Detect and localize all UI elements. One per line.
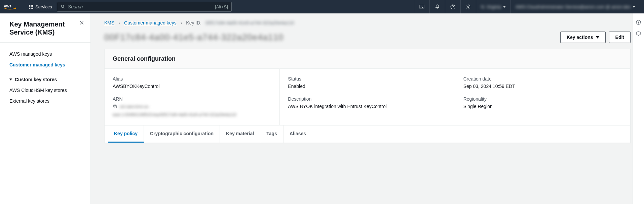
status-value: Enabled — [288, 84, 447, 89]
services-label: Services — [35, 4, 52, 9]
sidebar-close-button[interactable] — [79, 20, 84, 27]
svg-point-5 — [467, 6, 469, 7]
page-layout: Key Management Service (KMS) AWS managed… — [0, 13, 644, 204]
alias-label: Alias — [113, 76, 271, 82]
help-button[interactable] — [445, 0, 460, 13]
creation-date-label: Creation date — [463, 76, 622, 82]
search-icon — [61, 4, 65, 9]
search-input[interactable] — [68, 4, 215, 9]
top-navbar: aws Services [Alt+S] N. Virginia AWS-Clo… — [0, 0, 644, 13]
svg-point-1 — [61, 5, 64, 7]
svg-marker-13 — [637, 31, 640, 36]
panel-body: Alias AWSBYOKKeyControl ARN arn:aws:kms:… — [105, 69, 630, 125]
svg-rect-3 — [420, 5, 424, 8]
chevron-right-icon: › — [118, 20, 120, 26]
arn-value: east-1:034601349515:key/00f17c84-4a00-41… — [113, 112, 271, 118]
account-label: AWS-CloudAdministrator-Service@amzn.com … — [516, 4, 631, 9]
sidebar-group-label: Custom key stores — [15, 77, 57, 82]
cloudshell-button[interactable] — [414, 0, 429, 13]
svg-line-2 — [64, 7, 65, 8]
search-bar[interactable]: [Alt+S] — [57, 2, 232, 12]
key-actions-button[interactable]: Key actions — [560, 32, 606, 43]
title-row: 00F17c84-4a00-41e5-a744-322a20e4a110 Key… — [104, 32, 631, 43]
help-icon — [450, 4, 456, 10]
action-buttons: Key actions Edit — [560, 32, 631, 43]
close-icon — [79, 20, 84, 26]
caret-down-icon — [596, 36, 599, 39]
arn-value-short: arn:aws:kms:us- — [120, 104, 149, 110]
tab-aliases[interactable]: Aliases — [283, 125, 312, 143]
sidebar-item-aws-managed-keys[interactable]: AWS managed keys — [0, 49, 90, 59]
breadcrumb: KMS › Customer managed keys › Key ID: 00… — [104, 20, 631, 26]
svg-rect-8 — [114, 105, 117, 108]
panel-col-1: Alias AWSBYOKKeyControl ARN arn:aws:kms:… — [105, 69, 280, 125]
panel-header: General configuration — [105, 49, 630, 69]
search-shortcut: [Alt+S] — [215, 4, 228, 9]
svg-rect-9 — [113, 105, 116, 107]
edit-button[interactable]: Edit — [609, 32, 631, 43]
panel-title: General configuration — [113, 55, 622, 62]
info-icon[interactable] — [636, 19, 641, 25]
tab-cryptographic-configuration[interactable]: Cryptographic configuration — [144, 125, 220, 143]
services-menu-button[interactable]: Services — [26, 0, 55, 13]
panel-col-3: Creation date Sep 03, 2024 10:59 EDT Reg… — [455, 69, 630, 125]
settings-button[interactable] — [460, 0, 476, 13]
aws-logo[interactable]: aws — [4, 3, 21, 10]
sidebar-item-external-key-stores[interactable]: External key stores — [0, 96, 90, 106]
bell-icon — [434, 4, 440, 10]
regionality-value: Single Region — [463, 104, 622, 109]
creation-date-value: Sep 03, 2024 10:59 EDT — [463, 84, 622, 89]
main-content: KMS › Customer managed keys › Key ID: 00… — [91, 13, 644, 204]
page-title: 00F17c84-4a00-41e5-a744-322a20e4a110 — [104, 32, 283, 43]
tab-tags[interactable]: Tags — [260, 125, 283, 143]
sidebar-item-cloudhsm-key-stores[interactable]: AWS CloudHSM key stores — [0, 85, 90, 96]
sidebar-item-customer-managed-keys[interactable]: Customer managed keys — [0, 59, 90, 70]
key-actions-label: Key actions — [567, 35, 593, 40]
caret-down-icon — [503, 6, 506, 8]
breadcrumb-key-id-value: 00f17c84-4a00-41e5-a744-322a20e4a110 — [205, 20, 294, 26]
sidebar-nav: AWS managed keys Customer managed keys C… — [0, 43, 90, 112]
breadcrumb-kms[interactable]: KMS — [104, 20, 114, 26]
panel-col-2: Status Enabled Description AWS BYOK inte… — [280, 69, 455, 125]
chevron-down-icon — [9, 79, 12, 81]
general-configuration-panel: General configuration Alias AWSBYOKKeyCo… — [104, 49, 631, 143]
breadcrumb-key-id-label: Key ID: — [186, 20, 201, 26]
svg-text:aws: aws — [4, 4, 11, 8]
right-rail — [633, 13, 644, 204]
regionality-label: Regionality — [463, 96, 622, 102]
sidebar: Key Management Service (KMS) AWS managed… — [0, 13, 91, 204]
tabs: Key policy Cryptographic configuration K… — [105, 125, 630, 143]
grid-icon — [29, 5, 33, 9]
sidebar-header: Key Management Service (KMS) — [0, 13, 90, 43]
copy-arn-button[interactable] — [113, 104, 117, 110]
status-label: Status — [288, 76, 447, 82]
region-selector[interactable]: N. Virginia — [476, 0, 510, 13]
tab-key-material[interactable]: Key material — [220, 125, 260, 143]
breadcrumb-customer-managed-keys[interactable]: Customer managed keys — [124, 20, 177, 26]
alias-value: AWSBYOKKeyControl — [113, 84, 271, 89]
gear-icon — [465, 4, 471, 10]
region-label: N. Virginia — [481, 4, 501, 9]
sidebar-title: Key Management Service (KMS) — [9, 20, 79, 36]
edit-label: Edit — [615, 35, 624, 40]
topnav-right: N. Virginia AWS-CloudAdministrator-Servi… — [414, 0, 640, 13]
account-selector[interactable]: AWS-CloudAdministrator-Service@amzn.com … — [510, 0, 640, 13]
caret-down-icon — [633, 6, 635, 8]
chevron-right-icon: › — [181, 20, 182, 26]
copy-icon — [113, 104, 117, 109]
description-value: AWS BYOK integration with Entrust KeyCon… — [288, 104, 447, 109]
tab-key-policy[interactable]: Key policy — [108, 125, 144, 143]
svg-point-12 — [638, 21, 639, 21]
arn-label: ARN — [113, 96, 271, 102]
notifications-button[interactable] — [429, 0, 445, 13]
cloudshell-icon — [419, 4, 425, 10]
description-label: Description — [288, 96, 447, 102]
sidebar-group-custom-key-stores[interactable]: Custom key stores — [0, 70, 90, 85]
hexagon-icon[interactable] — [636, 31, 641, 36]
